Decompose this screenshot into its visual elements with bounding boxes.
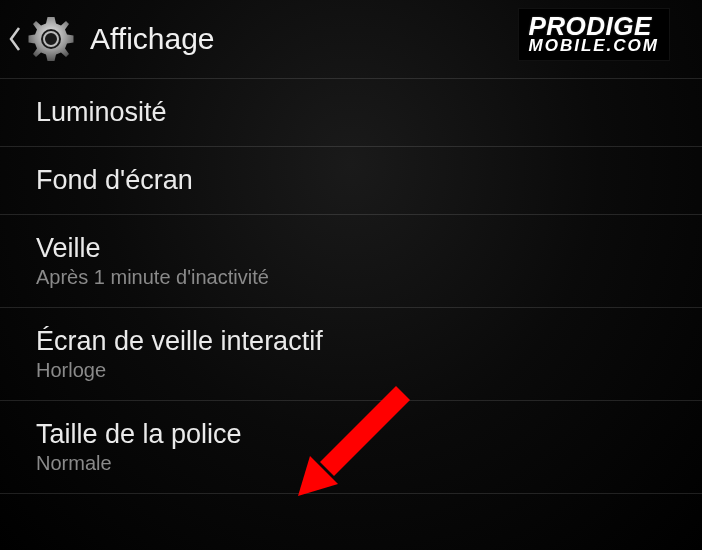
settings-list: Luminosité Fond d'écran Veille Après 1 m… xyxy=(0,78,702,494)
list-item-daydream[interactable]: Écran de veille interactif Horloge xyxy=(0,308,702,401)
item-subtitle: Après 1 minute d'inactivité xyxy=(36,266,666,289)
item-title: Veille xyxy=(36,233,666,264)
back-button[interactable] xyxy=(8,14,76,64)
chevron-left-icon xyxy=(8,25,22,53)
page-title: Affichage xyxy=(90,22,215,56)
item-title: Luminosité xyxy=(36,97,666,128)
list-item-wallpaper[interactable]: Fond d'écran xyxy=(0,147,702,215)
item-title: Écran de veille interactif xyxy=(36,326,666,357)
watermark-logo: PRODIGE MOBILE.COM xyxy=(518,8,671,61)
list-item-font-size[interactable]: Taille de la police Normale xyxy=(0,401,702,494)
item-subtitle: Horloge xyxy=(36,359,666,382)
logo-line2: MOBILE.COM xyxy=(529,37,660,54)
item-subtitle: Normale xyxy=(36,452,666,475)
gear-icon xyxy=(26,14,76,64)
list-item-sleep[interactable]: Veille Après 1 minute d'inactivité xyxy=(0,215,702,308)
item-title: Taille de la police xyxy=(36,419,666,450)
item-title: Fond d'écran xyxy=(36,165,666,196)
list-item-brightness[interactable]: Luminosité xyxy=(0,78,702,147)
